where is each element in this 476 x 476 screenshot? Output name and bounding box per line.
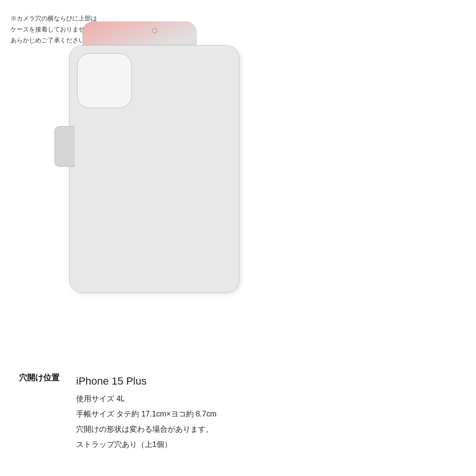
case-wrapper bbox=[55, 21, 255, 307]
phone-case-body bbox=[69, 45, 239, 293]
size-label: 使用サイズ 4L bbox=[76, 391, 217, 407]
case-illustration bbox=[24, 10, 286, 319]
info-section: 穴開け位置 iPhone 15 Plus 使用サイズ 4L 手帳サイズ タテ約 … bbox=[19, 371, 462, 452]
shape-note: 穴開けの形状は変わる場合があります。 bbox=[76, 422, 217, 437]
fold-top bbox=[82, 21, 197, 48]
device-name: iPhone 15 Plus bbox=[76, 371, 217, 391]
hole-position-label: 穴開け位置 bbox=[19, 371, 67, 383]
strap-hole bbox=[152, 28, 158, 33]
camera-cutout bbox=[77, 53, 132, 108]
side-strap-tab bbox=[55, 126, 75, 167]
dimensions-label: 手帳サイズ タテ約 17.1cm×ヨコ約 8.7cm bbox=[76, 407, 217, 422]
specs-block: iPhone 15 Plus 使用サイズ 4L 手帳サイズ タテ約 17.1cm… bbox=[76, 371, 217, 452]
page-container: ※カメラ穴の横ならびに上部は ケースを接着しておりません。 あらかじめご了承くだ… bbox=[0, 0, 476, 476]
strap-note: ストラップ穴あり（上1個） bbox=[76, 437, 217, 452]
